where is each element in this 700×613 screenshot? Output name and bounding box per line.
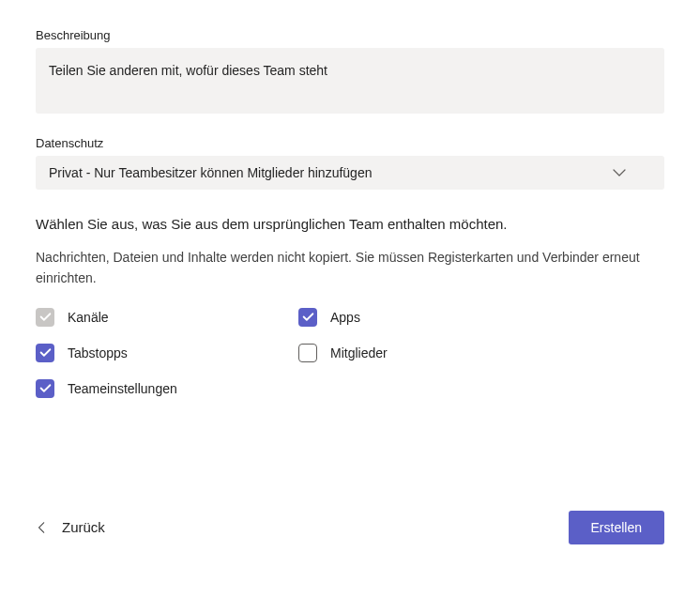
checkbox-label: Tabstopps [68,345,128,360]
checkbox-item-settings: Teameinstellungen [36,379,280,398]
checkbox-grid: Kanäle Apps Tabstopps Mitglieder Teamein… [36,308,542,398]
description-label: Beschreibung [36,28,664,42]
checkbox-item-channels: Kanäle [36,308,280,327]
description-field: Beschreibung Teilen Sie anderen mit, wof… [36,28,664,114]
checkbox-item-apps: Apps [298,308,542,327]
checkbox-label: Mitglieder [330,345,388,360]
checkbox-apps[interactable] [298,308,317,327]
include-heading: Wählen Sie aus, was Sie aus dem ursprüng… [36,216,664,232]
description-input[interactable]: Teilen Sie anderen mit, wofür dieses Tea… [36,48,664,114]
chevron-down-icon [612,165,627,180]
dialog-footer: Zurück Erstellen [36,511,664,544]
chevron-left-icon [36,521,49,534]
privacy-selected-value: Privat - Nur Teambesitzer können Mitglie… [49,165,372,180]
include-subtext: Nachrichten, Dateien und Inhalte werden … [36,247,664,289]
include-section: Wählen Sie aus, was Sie aus dem ursprüng… [36,216,664,398]
checkbox-channels [36,308,54,327]
checkbox-label: Kanäle [68,310,109,325]
back-label: Zurück [62,519,105,535]
privacy-label: Datenschutz [36,136,664,150]
checkbox-item-members: Mitglieder [298,344,542,362]
checkbox-tabs[interactable] [36,344,54,362]
checkbox-label: Apps [330,310,360,325]
checkbox-label: Teameinstellungen [68,381,177,396]
privacy-select[interactable]: Privat - Nur Teambesitzer können Mitglie… [36,156,664,190]
privacy-field: Datenschutz Privat - Nur Teambesitzer kö… [36,136,664,190]
checkbox-members[interactable] [298,344,317,362]
create-button[interactable]: Erstellen [569,511,664,544]
back-button[interactable]: Zurück [36,519,105,535]
checkbox-settings[interactable] [36,379,54,398]
checkbox-item-tabs: Tabstopps [36,344,280,362]
